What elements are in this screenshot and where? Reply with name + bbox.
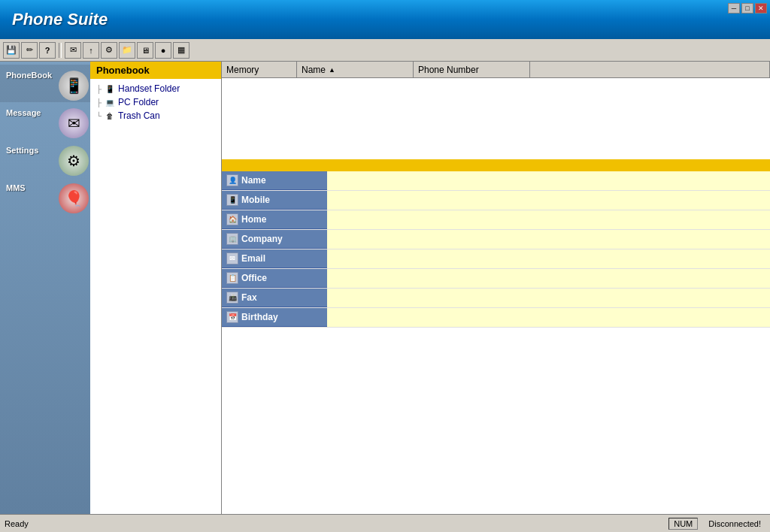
toolbar: 💾 ✏ ? ✉ ↑ ⚙ 📁 🖥 ● ▦ [0,39,770,62]
detail-row-office: 📋 Office [222,269,770,289]
detail-row-email: ✉ Email [222,249,770,269]
edit-button[interactable]: ✏ [21,42,38,59]
help-button[interactable]: ? [39,42,56,59]
toolbar-separator [59,43,62,58]
pc-folder-icon: 💻 [105,97,115,107]
detail-label-fax: 📠 Fax [222,289,327,307]
company-input[interactable] [332,234,765,245]
detail-row-company: 🏢 Company [222,230,770,249]
tree-connector3: └ [96,112,102,120]
sidebar-item-message[interactable]: Message ✉ [0,102,90,140]
chart-button[interactable]: ▦ [173,42,189,59]
fax-label-text: Fax [241,292,257,303]
company-value[interactable] [327,230,770,249]
birthday-input[interactable] [332,313,765,323]
content-panel: Memory Name ▲ Phone Number 👤 Name [222,62,770,514]
detail-row-mobile: 📱 Mobile [222,191,770,210]
folder-button[interactable]: 📁 [119,42,135,59]
upload-button[interactable]: ↑ [83,42,99,59]
office-input[interactable] [332,274,765,284]
detail-label-company: 🏢 Company [222,230,327,249]
tools-button[interactable]: ⚙ [101,42,117,59]
detail-row-birthday: 📅 Birthday [222,308,770,328]
pc-button[interactable]: 🖥 [137,42,153,59]
maximize-button[interactable]: □ [741,3,753,14]
fax-value[interactable] [327,289,770,307]
trash-can-label: Trash Can [118,110,160,121]
minimize-button[interactable]: ─ [728,3,740,14]
sidebar-item-phonebook[interactable]: PhoneBook 📱 [0,65,90,102]
fax-field-icon: 📠 [226,292,238,304]
mobile-input[interactable] [332,195,765,206]
table-area: Memory Name ▲ Phone Number [222,62,770,161]
phonebook-icon: 📱 [59,71,89,101]
name-input[interactable] [332,176,765,186]
close-button[interactable]: ✕ [755,3,767,14]
status-text: Ready [5,519,668,528]
sidebar-item-mms[interactable]: MMS 🎈 [0,177,90,215]
table-header: Memory Name ▲ Phone Number [222,62,770,78]
detail-label-home: 🏠 Home [222,210,327,229]
mobile-value[interactable] [327,191,770,210]
tree-connector2: ├ [96,98,102,107]
home-field-icon: 🏠 [226,213,238,225]
birthday-field-icon: 📅 [226,311,238,323]
birthday-label-text: Birthday [241,312,278,322]
fax-input[interactable] [332,293,765,304]
detail-row-fax: 📠 Fax [222,289,770,308]
name-label-text: Name [241,175,266,186]
yellow-divider [222,161,770,171]
home-value[interactable] [327,210,770,229]
window-controls: ─ □ ✕ [728,3,767,14]
tree-panel: Phonebook ├ 📱 Handset Folder ├ 💻 PC Fold… [90,62,222,514]
home-label-text: Home [241,214,266,225]
tree-header: Phonebook [90,62,221,79]
mobile-label-text: Mobile [241,195,270,205]
connection-status: Disconnected! [704,518,765,529]
detail-label-name: 👤 Name [222,171,327,190]
email-value[interactable] [327,249,770,268]
email-field-icon: ✉ [226,252,238,264]
col-name-label: Name [302,65,326,75]
tree-connector: ├ [96,85,102,93]
settings-icon: ⚙ [59,146,89,176]
mms-icon: 🎈 [59,183,89,213]
col-header-name[interactable]: Name ▲ [297,62,414,77]
save-button[interactable]: 💾 [3,42,20,59]
tree-item-pc[interactable]: ├ 💻 PC Folder [90,95,221,109]
company-field-icon: 🏢 [226,233,238,245]
signal-button[interactable]: ● [155,42,171,59]
tree-item-trash[interactable]: └ 🗑 Trash Can [90,109,221,122]
col-header-memory[interactable]: Memory [222,62,297,77]
col-phone-label: Phone Number [418,65,479,75]
sidebar-item-settings[interactable]: Settings ⚙ [0,140,90,177]
tree-title: Phonebook [96,65,150,76]
trash-can-icon: 🗑 [105,110,115,121]
tree-item-handset[interactable]: ├ 📱 Handset Folder [90,82,221,95]
email-button[interactable]: ✉ [65,42,81,59]
company-label-text: Company [241,234,283,244]
detail-label-birthday: 📅 Birthday [222,308,327,327]
detail-label-mobile: 📱 Mobile [222,191,327,210]
mobile-field-icon: 📱 [226,194,238,206]
pc-folder-label: PC Folder [118,97,159,107]
handset-folder-label: Handset Folder [118,83,180,94]
col-header-phone[interactable]: Phone Number [414,62,530,77]
main-layout: PhoneBook 📱 Message ✉ Settings ⚙ MMS 🎈 P… [0,62,770,514]
col-header-extra [530,62,770,77]
office-field-icon: 📋 [226,272,238,284]
name-value[interactable] [327,171,770,190]
detail-form: 👤 Name 📱 Mobile 🏠 Home [222,171,770,514]
office-value[interactable] [327,269,770,288]
name-field-icon: 👤 [226,174,238,186]
sidebar: PhoneBook 📱 Message ✉ Settings ⚙ MMS 🎈 [0,62,90,514]
birthday-value[interactable] [327,308,770,327]
email-input[interactable] [332,254,765,264]
app-title: Phone Suite [12,10,108,29]
detail-row-name: 👤 Name [222,171,770,191]
detail-label-email: ✉ Email [222,249,327,268]
num-lock-indicator: NUM [668,518,698,530]
statusbar: Ready NUM Disconnected! [0,514,770,532]
home-input[interactable] [332,215,765,225]
email-label-text: Email [241,253,265,264]
